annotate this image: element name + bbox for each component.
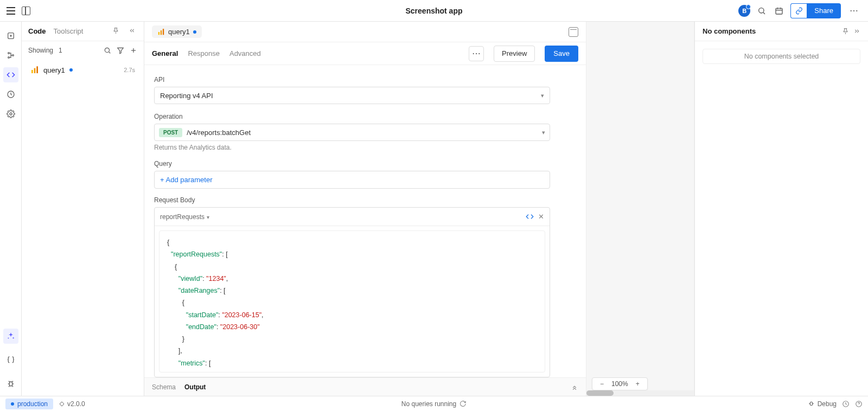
svg-line-22 [109, 52, 111, 54]
showing-count: 1 [59, 47, 62, 54]
maximize-icon[interactable] [569, 27, 578, 37]
rail-sparkle-icon[interactable] [3, 329, 18, 344]
hamburger-menu-icon[interactable] [7, 7, 15, 15]
user-avatar[interactable]: B [738, 5, 750, 17]
more-menu-icon[interactable]: ⋯ [846, 5, 861, 16]
api-select[interactable]: Reporting v4 API ▾ [154, 87, 550, 104]
svg-point-13 [10, 113, 12, 115]
editor-panel: query1 General Response Advanced ⋯ Previ… [144, 22, 586, 396]
code-sidebar: Code Toolscript Showing 1 [22, 22, 144, 396]
env-dot-icon [11, 402, 14, 406]
operation-select[interactable]: POST /v4/reports:batchGet ▾ [154, 124, 550, 141]
svg-line-19 [9, 386, 10, 387]
share-link-icon[interactable] [790, 3, 807, 18]
request-body-box: reportRequests▾ ✕ { "reportRequests": [ … [154, 207, 550, 377]
svg-marker-23 [118, 48, 124, 54]
expand-up-icon[interactable] [571, 383, 578, 391]
tab-advanced[interactable]: Advanced [229, 49, 261, 57]
svg-point-10 [8, 57, 9, 59]
canvas-area[interactable]: − 100% + [586, 22, 694, 396]
environment-pill[interactable]: production [5, 399, 53, 409]
chevron-down-icon: ▾ [542, 129, 545, 136]
status-bar: production v2.0.0 No queries running Deb… [0, 396, 868, 411]
operation-hint: Returns the Analytics data. [154, 144, 576, 151]
refresh-icon[interactable] [459, 400, 467, 407]
save-button[interactable]: Save [545, 46, 578, 62]
operation-label: Operation [154, 113, 576, 120]
search-queries-icon[interactable] [104, 47, 111, 54]
rail-add-icon[interactable] [3, 28, 18, 43]
debug-toggle[interactable]: Debug [808, 400, 837, 408]
calendar-icon[interactable] [773, 5, 785, 17]
svg-rect-28 [36, 66, 38, 73]
code-mode-icon[interactable] [526, 213, 534, 221]
tab-general[interactable]: General [152, 49, 178, 57]
add-parameter-button[interactable]: + Add parameter [155, 171, 550, 188]
svg-point-0 [759, 8, 764, 12]
zoom-control: − 100% + [592, 377, 648, 390]
svg-rect-31 [163, 29, 164, 35]
svg-point-11 [12, 55, 14, 56]
inspector-panel: No components No components selected [694, 22, 868, 396]
share-button[interactable]: Share [807, 3, 841, 18]
http-method-badge: POST [159, 128, 182, 137]
rail-history-icon[interactable] [3, 87, 18, 102]
svg-rect-14 [9, 382, 12, 386]
request-body-label: Request Body [154, 196, 576, 204]
analytics-icon [30, 66, 39, 74]
inspector-empty-state: No components selected [703, 49, 860, 64]
rail-braces-icon[interactable] [3, 352, 18, 368]
inspector-title: No components [703, 27, 756, 35]
query-title: query1 [168, 28, 190, 36]
top-header: Screenshot app B Share ⋯ [0, 0, 868, 22]
zoom-in-button[interactable]: + [634, 380, 642, 388]
horizontal-scrollbar[interactable] [586, 390, 694, 396]
rail-settings-icon[interactable] [3, 106, 18, 121]
tab-output[interactable]: Output [184, 383, 206, 391]
svg-line-1 [763, 12, 765, 14]
tab-schema[interactable]: Schema [152, 383, 176, 391]
operation-path: /v4/reports:batchGet [187, 129, 538, 137]
pin-icon[interactable] [842, 28, 849, 35]
api-select-value: Reporting v4 API [160, 92, 213, 100]
more-options-icon[interactable]: ⋯ [469, 46, 484, 61]
showing-label: Showing [28, 47, 53, 54]
queries-status: No queries running [401, 400, 456, 408]
app-title: Screenshot app [405, 7, 462, 15]
svg-line-20 [12, 386, 13, 387]
version-label[interactable]: v2.0.0 [59, 400, 85, 408]
filter-icon[interactable] [117, 47, 124, 54]
svg-rect-2 [776, 8, 782, 14]
rail-bug-icon[interactable] [3, 376, 18, 391]
collapse-right-icon[interactable] [853, 28, 860, 35]
query-section-label: Query [154, 160, 576, 168]
rail-code-icon[interactable] [3, 67, 18, 82]
panel-toggle-icon[interactable] [22, 7, 30, 15]
rail-tree-icon[interactable] [3, 48, 18, 63]
sidebar-tab-toolscript[interactable]: Toolscript [54, 27, 84, 35]
preview-button[interactable]: Preview [494, 46, 535, 62]
api-label: API [154, 76, 576, 84]
unsaved-dot-icon [193, 30, 196, 34]
help-icon[interactable] [855, 400, 863, 408]
query-title-tag[interactable]: query1 [152, 25, 202, 38]
pin-icon[interactable] [112, 27, 121, 36]
clear-icon[interactable]: ✕ [538, 213, 544, 221]
body-key-selector[interactable]: reportRequests▾ [160, 213, 209, 221]
sidebar-tab-code[interactable]: Code [28, 27, 46, 35]
json-editor[interactable]: { "reportRequests": [ { "viewId": "1234"… [159, 230, 545, 373]
svg-rect-29 [158, 32, 159, 35]
search-icon[interactable] [756, 5, 768, 17]
history-icon[interactable] [842, 400, 850, 408]
query-time: 2.7s [124, 67, 135, 73]
svg-point-21 [105, 48, 109, 52]
svg-line-17 [9, 381, 10, 382]
query-list-item[interactable]: query1 2.7s [26, 62, 139, 78]
add-query-icon[interactable] [130, 47, 137, 54]
collapse-left-icon[interactable] [129, 27, 137, 36]
left-rail [0, 22, 22, 396]
zoom-out-button[interactable]: − [598, 380, 606, 388]
tab-response[interactable]: Response [188, 49, 220, 57]
analytics-icon [157, 28, 165, 36]
svg-rect-30 [161, 30, 162, 35]
